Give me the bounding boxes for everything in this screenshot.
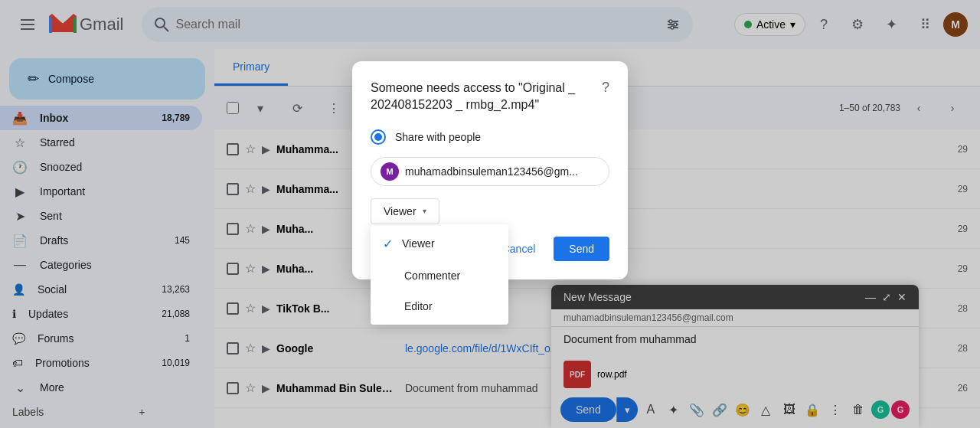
share-option-label: Share with people xyxy=(395,131,481,143)
chip-email: muhamadbinsuleman123456@gm... xyxy=(405,165,578,178)
dropdown-item-viewer[interactable]: ✓ Viewer xyxy=(371,227,508,260)
send-button[interactable]: Send xyxy=(554,237,609,261)
viewer-label: Viewer xyxy=(384,205,416,217)
editor-option-label: Editor xyxy=(404,300,433,312)
radio-inner xyxy=(374,133,382,141)
dialog-help-icon[interactable]: ? xyxy=(602,80,609,96)
dropdown-arrow-icon: ▾ xyxy=(423,207,426,215)
share-dialog: Someone needs access to "Original _ 2024… xyxy=(352,61,628,279)
dropdown-menu: ✓ Viewer Commenter Editor xyxy=(371,224,508,325)
dialog-header: Someone needs access to "Original _ 2024… xyxy=(371,80,609,114)
dialog-title: Someone needs access to "Original _ 2024… xyxy=(371,80,596,114)
chip-avatar: M xyxy=(381,162,399,181)
radio-button[interactable] xyxy=(371,129,386,145)
commenter-option-label: Commenter xyxy=(404,270,460,282)
email-chip[interactable]: M muhamadbinsuleman123456@gm... xyxy=(371,157,609,186)
dropdown-item-commenter[interactable]: Commenter xyxy=(371,260,508,291)
viewer-option-label: Viewer xyxy=(402,237,435,250)
viewer-dropdown: Viewer ▾ ✓ Viewer Commenter Editor xyxy=(371,198,439,224)
viewer-button[interactable]: Viewer ▾ xyxy=(371,198,439,224)
check-icon: ✓ xyxy=(383,237,393,251)
dropdown-item-editor[interactable]: Editor xyxy=(371,291,508,322)
share-option-radio[interactable]: Share with people xyxy=(371,129,609,145)
